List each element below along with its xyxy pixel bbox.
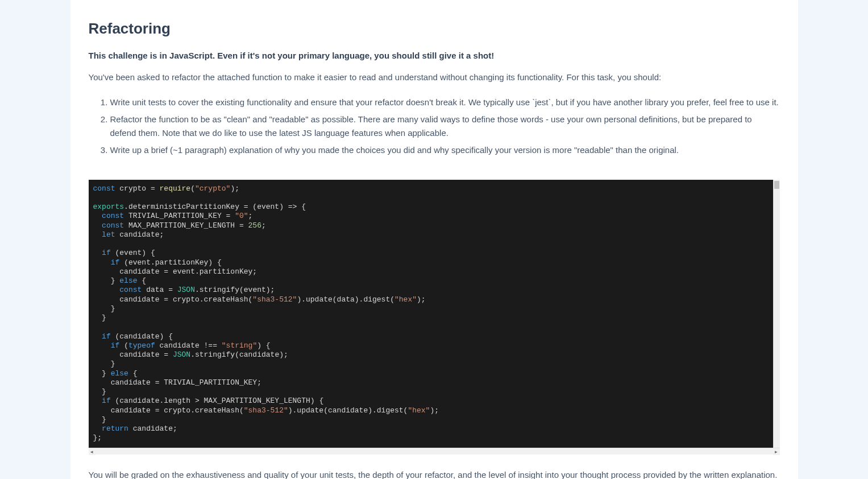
scrollbar-thumb[interactable]: [774, 181, 779, 189]
task-item: Write up a brief (~1 paragraph) explanat…: [110, 143, 780, 157]
scroll-left-icon[interactable]: ◂: [89, 448, 95, 455]
challenge-subtitle: This challenge is in JavaScript. Even if…: [89, 49, 780, 63]
task-list: Write unit tests to cover the existing f…: [89, 96, 780, 157]
intro-text: You've been asked to refactor the attach…: [89, 71, 780, 84]
task-item: Write unit tests to cover the existing f…: [110, 96, 780, 109]
grading-note: You will be graded on the exhaustiveness…: [89, 468, 780, 479]
page-title: Refactoring: [89, 17, 780, 41]
vertical-scrollbar[interactable]: [773, 180, 780, 448]
scroll-right-icon[interactable]: ▸: [773, 448, 780, 455]
page-content: Refactoring This challenge is in JavaScr…: [70, 0, 798, 479]
code-block-wrapper: const crypto = require("crypto"); export…: [89, 180, 780, 455]
horizontal-scrollbar[interactable]: ◂ ▸: [89, 448, 780, 455]
task-item: Refactor the function to be as "clean" a…: [110, 113, 780, 140]
code-block[interactable]: const crypto = require("crypto"); export…: [89, 180, 780, 448]
